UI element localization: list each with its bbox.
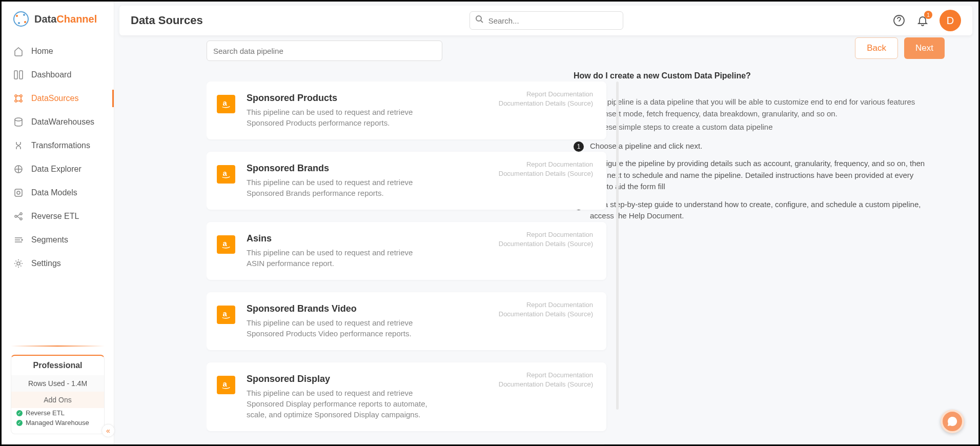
nav-dataexplorer[interactable]: Data Explorer [2,157,114,181]
pipeline-card[interactable]: a Asins This pipeline can be used to req… [207,222,606,280]
svg-text:a: a [223,310,228,318]
avatar[interactable]: D [940,10,961,31]
card-desc: This pipeline can be used to request and… [247,177,431,198]
svg-point-18 [22,239,23,240]
help-step: 1 Choose a pipeline and click next. [574,140,926,152]
step-text: For a step-by-step guide to understand h… [590,199,926,222]
doc-details-link[interactable]: Documentation Details (Source) [499,99,593,108]
pipeline-card[interactable]: a Sponsored Products This pipeline can b… [207,82,606,139]
pipeline-card[interactable]: a Sponsored Brands Video This pipeline c… [207,292,606,350]
amazon-icon: a [217,235,235,254]
amazon-icon: a [217,306,235,324]
topbar: Data Sources 1 D [119,6,972,35]
nav-segments[interactable]: Segments [2,228,114,252]
plan-addon: ✓Reverse ETL [11,408,104,418]
doc-details-link[interactable]: Documentation Details (Source) [499,169,593,178]
report-doc-link[interactable]: Report Documentation [499,300,593,310]
next-button[interactable]: Next [904,37,945,59]
warehouse-icon [13,116,24,128]
svg-text:a: a [223,380,228,388]
home-icon [13,46,24,57]
help-title: How do I create a new Custom Data Pipeli… [574,71,926,80]
divider [11,346,105,347]
svg-point-7 [15,95,17,97]
svg-point-10 [20,100,22,102]
models-icon [13,187,24,198]
nav-dashboard[interactable]: Dashboard [2,63,114,87]
nav-transformations[interactable]: Transformations [2,134,114,157]
logo-text: DataChannel [34,13,97,25]
nav-reverseetl[interactable]: Reverse ETL [2,205,114,228]
plan-name: Professional [11,356,104,375]
reverseetl-icon [13,211,24,222]
pipeline-card[interactable]: a Sponsored Display This pipeline can be… [207,362,606,431]
nav-datawarehouses[interactable]: DataWarehouses [2,110,114,134]
help-step: 3 For a step-by-step guide to understand… [574,199,926,222]
datasources-icon [13,93,24,104]
back-button[interactable]: Back [855,37,898,59]
pipeline-card[interactable]: a Sponsored Brands Purchased Product Rep… [207,443,606,446]
svg-point-11 [15,118,22,121]
card-desc: This pipeline can be used to request and… [247,388,431,420]
chat-button[interactable] [941,410,964,433]
content: Back Next a Sponsored Products This pipe… [119,35,972,440]
svg-point-17 [20,218,22,220]
notifications-button[interactable]: 1 [916,14,929,27]
search-input[interactable] [488,16,618,25]
nav-label: Settings [31,259,61,268]
collapse-sidebar-button[interactable]: « [101,424,115,437]
search-icon [475,15,484,26]
nav-label: Dashboard [31,70,71,79]
svg-point-8 [20,95,22,97]
svg-point-9 [15,100,17,102]
pipeline-search-input[interactable] [207,40,442,61]
help-text: Follow these simple steps to create a cu… [574,121,926,133]
plan-addon: ✓Managed Warehouse [11,418,104,428]
svg-point-16 [20,213,22,215]
transformations-icon [13,140,24,151]
svg-point-20 [476,16,481,21]
step-text: Configure the pipeline by providing deta… [590,158,926,193]
help-button[interactable] [892,14,906,27]
card-desc: This pipeline can be used to request and… [247,107,431,128]
nav-label: DataWarehouses [31,117,94,127]
cards-list[interactable]: a Sponsored Products This pipeline can b… [207,82,619,446]
nav-label: Transformations [31,141,90,150]
addon-label: Reverse ETL [26,409,65,417]
svg-text:a: a [223,99,228,107]
help-text: A custom pipeline is a data pipeline tha… [574,96,926,119]
dashboard-icon [13,69,24,80]
nav-label: Home [31,47,53,56]
nav-label: Segments [31,235,68,245]
svg-rect-13 [15,189,22,196]
svg-point-15 [15,215,17,217]
svg-text:a: a [223,239,228,248]
svg-point-14 [17,191,20,194]
nav-datamodels[interactable]: Data Models [2,181,114,205]
svg-point-2 [24,21,26,23]
doc-details-link[interactable]: Documentation Details (Source) [499,380,593,389]
logo[interactable]: DataChannel [2,2,114,39]
explorer-icon [13,164,24,175]
report-doc-link[interactable]: Report Documentation [499,230,593,239]
amazon-icon: a [217,376,235,394]
nav-settings[interactable]: Settings [2,252,114,275]
pipeline-card[interactable]: a Sponsored Brands This pipeline can be … [207,152,606,210]
svg-point-19 [17,262,20,265]
svg-point-4 [23,14,25,16]
nav-datasources[interactable]: DataSources [2,87,114,110]
nav: Home Dashboard DataSources DataWarehouse… [2,39,114,275]
notification-badge: 1 [924,11,932,19]
report-doc-link[interactable]: Report Documentation [499,371,593,380]
chevrons-left-icon: « [106,427,110,435]
nav-home[interactable]: Home [2,39,114,63]
nav-label: DataSources [31,94,79,103]
report-doc-link[interactable]: Report Documentation [499,90,593,99]
doc-details-link[interactable]: Documentation Details (Source) [499,239,593,249]
report-doc-link[interactable]: Report Documentation [499,160,593,169]
doc-details-link[interactable]: Documentation Details (Source) [499,310,593,319]
amazon-icon: a [217,95,235,113]
page-title: Data Sources [131,14,203,27]
chat-icon [947,416,958,427]
search-wrap[interactable] [469,11,623,30]
